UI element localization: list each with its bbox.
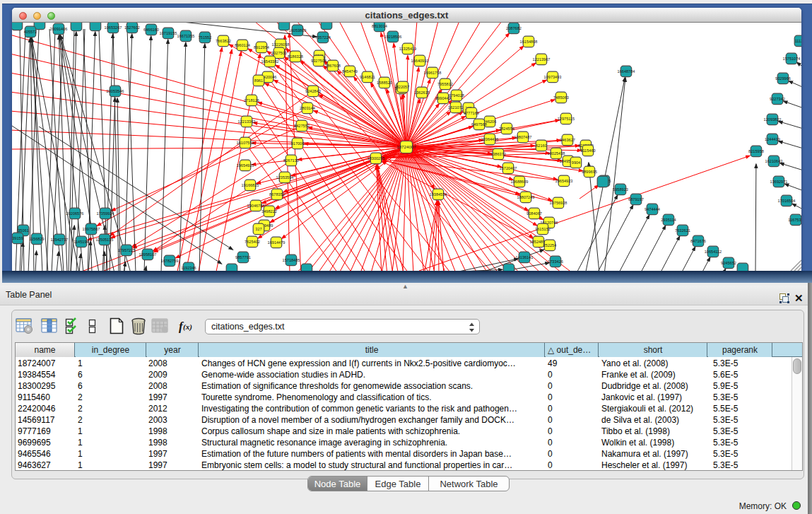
svg-text:1156829: 1156829 [29, 237, 44, 241]
svg-text:6794028: 6794028 [449, 93, 464, 98]
svg-text:9327508: 9327508 [311, 59, 326, 63]
svg-text:10653267: 10653267 [105, 25, 122, 30]
svg-text:7632621: 7632621 [675, 228, 690, 233]
svg-text:9463627: 9463627 [560, 138, 575, 142]
svg-text:9329966: 9329966 [775, 76, 791, 81]
svg-text:16640910: 16640910 [411, 59, 429, 63]
svg-text:2867608: 2867608 [325, 64, 341, 68]
svg-text:6879197: 6879197 [628, 197, 644, 201]
svg-text:9242843: 9242843 [305, 89, 321, 93]
svg-text:8215958: 8215958 [748, 149, 764, 153]
svg-text:3498222: 3498222 [261, 209, 277, 214]
svg-text:16053809: 16053809 [289, 28, 307, 33]
svg-text:14136141: 14136141 [516, 255, 534, 259]
svg-text:10958107: 10958107 [139, 252, 157, 257]
svg-text:16671355: 16671355 [177, 34, 195, 38]
svg-text:16961758: 16961758 [424, 71, 442, 75]
svg-text:62160: 62160 [536, 144, 547, 148]
svg-text:12505135: 12505135 [96, 238, 114, 242]
svg-text:15720407: 15720407 [500, 166, 517, 170]
svg-text:405572: 405572 [24, 30, 37, 34]
svg-text:15718485: 15718485 [283, 258, 300, 262]
svg-text:16914479: 16914479 [268, 240, 286, 245]
svg-text:16648784: 16648784 [618, 69, 635, 74]
svg-text:11325419: 11325419 [399, 47, 416, 51]
svg-text:6497568: 6497568 [471, 122, 487, 127]
svg-text:1145194: 1145194 [73, 240, 88, 244]
svg-text:12942737: 12942737 [51, 238, 69, 242]
svg-text:16154808: 16154808 [520, 40, 538, 44]
svg-text:1733426: 1733426 [548, 259, 563, 264]
svg-text:9857791: 9857791 [235, 255, 251, 259]
svg-text:19218506: 19218506 [384, 35, 402, 39]
svg-text:2803144: 2803144 [300, 106, 315, 110]
svg-text:12213967: 12213967 [533, 57, 551, 62]
svg-text:10719155: 10719155 [160, 31, 177, 35]
svg-text:1615152: 1615152 [535, 227, 551, 231]
svg-text:1192346: 1192346 [181, 266, 196, 270]
svg-text:16543382: 16543382 [261, 59, 279, 64]
svg-text:8267130: 8267130 [283, 158, 299, 163]
svg-text:9904: 9904 [572, 160, 580, 165]
svg-text:11123: 11123 [795, 39, 801, 43]
svg-text:19166825: 19166825 [242, 183, 259, 187]
svg-text:822057: 822057 [396, 85, 410, 89]
svg-text:9227342: 9227342 [770, 97, 785, 101]
svg-text:1362615: 1362615 [414, 90, 430, 95]
svg-text:1588520: 1588520 [377, 81, 392, 85]
svg-text:8186328: 8186328 [288, 54, 303, 59]
svg-text:10688609: 10688609 [511, 180, 529, 184]
svg-text:35061: 35061 [18, 228, 29, 233]
svg-text:7485063: 7485063 [553, 95, 569, 100]
svg-text:8813014: 8813014 [372, 24, 387, 28]
svg-text:1167533: 1167533 [788, 218, 801, 222]
svg-text:39159: 39159 [12, 236, 23, 240]
svg-text:20206576: 20206576 [66, 211, 84, 216]
svg-text:16782759: 16782759 [161, 259, 179, 263]
svg-text:13692971: 13692971 [770, 180, 788, 184]
svg-text:1244419: 1244419 [765, 137, 780, 141]
svg-text:17957225: 17957225 [118, 248, 136, 252]
svg-text:10654112: 10654112 [705, 250, 722, 254]
svg-text:8678352: 8678352 [269, 192, 285, 197]
svg-text:8961: 8961 [254, 78, 263, 83]
svg-text:9899695: 9899695 [582, 170, 597, 174]
svg-text:19046786: 19046786 [247, 204, 265, 208]
svg-text:9146821: 9146821 [360, 75, 375, 79]
svg-text:12353594: 12353594 [276, 175, 294, 180]
svg-text:7955812: 7955812 [437, 82, 453, 86]
svg-text:16107552: 16107552 [237, 141, 254, 145]
svg-text:10025438: 10025438 [548, 151, 565, 156]
svg-text:20053546: 20053546 [107, 89, 124, 93]
svg-text:12093822: 12093822 [764, 117, 782, 122]
svg-text:12975115: 12975115 [558, 117, 575, 121]
svg-text:7663822: 7663822 [216, 39, 231, 43]
svg-text:327: 327 [255, 227, 261, 231]
svg-text:(x): (x) [183, 322, 192, 332]
svg-text:9115460: 9115460 [580, 148, 595, 153]
svg-text:2087682: 2087682 [506, 26, 522, 30]
svg-text:917006: 917006 [291, 141, 305, 146]
svg-text:19654925: 19654925 [237, 163, 254, 168]
svg-text:10973493: 10973493 [544, 75, 562, 79]
svg-text:1621072: 1621072 [448, 105, 464, 110]
svg-text:20364436: 20364436 [481, 137, 499, 141]
svg-text:15751074: 15751074 [783, 57, 801, 61]
svg-text:18807249: 18807249 [517, 195, 535, 199]
svg-text:10756928: 10756928 [550, 201, 567, 205]
svg-text:6466160: 6466160 [143, 28, 159, 32]
svg-text:9777169: 9777169 [464, 111, 479, 115]
svg-text:7386372: 7386372 [490, 152, 506, 156]
svg-text:7357224: 7357224 [315, 35, 331, 40]
svg-text:1527602: 1527602 [124, 25, 140, 30]
svg-text:19384554: 19384554 [430, 192, 447, 197]
svg-text:18724007: 18724007 [396, 144, 416, 149]
svg-text:10807487: 10807487 [514, 135, 532, 139]
svg-text:9245652: 9245652 [721, 261, 736, 265]
svg-text:20091406: 20091406 [50, 27, 68, 31]
svg-text:13226058: 13226058 [272, 42, 290, 47]
svg-text:252254: 252254 [543, 243, 557, 247]
svg-text:7625402: 7625402 [245, 240, 260, 244]
svg-text:751552: 751552 [199, 35, 212, 40]
svg-text:9327500: 9327500 [271, 51, 287, 55]
